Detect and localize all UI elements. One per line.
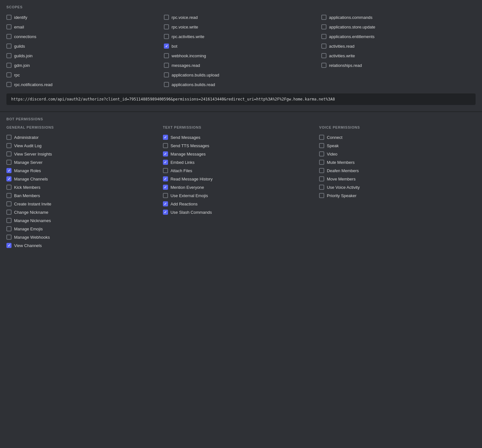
perm-checkbox-send_messages[interactable] xyxy=(163,135,168,140)
scope-item-applications_commands[interactable]: applications.commands xyxy=(321,13,476,21)
perm-checkbox-change_nickname[interactable] xyxy=(6,210,12,215)
scope-item-guilds_join[interactable]: guilds.join xyxy=(6,52,161,60)
scope-checkbox-webhook_incoming[interactable] xyxy=(164,53,169,58)
scope-item-bot[interactable]: bot xyxy=(164,42,318,50)
scope-checkbox-applications_builds_read[interactable] xyxy=(164,82,169,87)
perm-checkbox-mute_members[interactable] xyxy=(319,160,324,165)
perm-item-use_voice_activity[interactable]: Use Voice Activity xyxy=(319,183,469,191)
perm-checkbox-manage_channels[interactable] xyxy=(6,176,12,181)
scope-checkbox-applications_store_update[interactable] xyxy=(321,24,326,29)
scope-checkbox-activities_read[interactable] xyxy=(321,44,326,49)
perm-checkbox-video[interactable] xyxy=(319,151,324,156)
scope-item-rpc_voice_write[interactable]: rpc.voice.write xyxy=(164,23,318,31)
scope-item-applications_builds_upload[interactable]: applications.builds.upload xyxy=(164,71,318,79)
perm-item-deafen_members[interactable]: Deafen Members xyxy=(319,166,469,175)
scope-item-activities_read[interactable]: activities.read xyxy=(321,42,476,50)
scope-item-webhook_incoming[interactable]: webhook.incoming xyxy=(164,52,318,60)
scope-item-rpc_notifications_read[interactable]: rpc.notifications.read xyxy=(6,81,161,88)
perm-item-priority_speaker[interactable]: Priority Speaker xyxy=(319,191,469,200)
perm-checkbox-read_message_history[interactable] xyxy=(163,176,168,181)
perm-item-move_members[interactable]: Move Members xyxy=(319,175,469,183)
perm-item-send_tts_messages[interactable]: Send TTS Messages xyxy=(163,141,313,150)
perm-item-mute_members[interactable]: Mute Members xyxy=(319,158,469,166)
scope-item-rpc[interactable]: rpc xyxy=(6,71,161,79)
scope-item-activities_write[interactable]: activities.write xyxy=(321,52,476,60)
scope-checkbox-bot[interactable] xyxy=(164,44,169,49)
scope-checkbox-rpc_voice_read[interactable] xyxy=(164,15,169,20)
scope-item-rpc_activities_write[interactable]: rpc.activities.write xyxy=(164,33,318,40)
scope-item-applications_entitlements[interactable]: applications.entitlements xyxy=(321,33,476,40)
perm-item-manage_webhooks[interactable]: Manage Webhooks xyxy=(6,233,157,241)
scope-item-gdm_join[interactable]: gdm.join xyxy=(6,61,161,69)
perm-checkbox-view_channels[interactable] xyxy=(6,243,12,248)
scope-checkbox-guilds[interactable] xyxy=(6,44,12,49)
perm-checkbox-embed_links[interactable] xyxy=(163,160,168,165)
perm-item-video[interactable]: Video xyxy=(319,150,469,158)
perm-checkbox-use_voice_activity[interactable] xyxy=(319,185,324,190)
scope-item-relationships_read[interactable]: relationships.read xyxy=(321,61,476,69)
perm-checkbox-view_server_insights[interactable] xyxy=(6,151,12,156)
scope-item-email[interactable]: email xyxy=(6,23,161,31)
perm-item-view_server_insights[interactable]: View Server Insights xyxy=(6,150,157,158)
perm-checkbox-manage_webhooks[interactable] xyxy=(6,235,12,240)
scope-checkbox-guilds_join[interactable] xyxy=(6,53,12,58)
perm-item-manage_emojis[interactable]: Manage Emojis xyxy=(6,225,157,233)
scope-checkbox-messages_read[interactable] xyxy=(164,63,169,68)
perm-item-manage_messages[interactable]: Manage Messages xyxy=(163,150,313,158)
scope-checkbox-applications_builds_upload[interactable] xyxy=(164,72,169,77)
scope-item-applications_store_update[interactable]: applications.store.update xyxy=(321,23,476,31)
scope-checkbox-identify[interactable] xyxy=(6,15,12,20)
perm-checkbox-add_reactions[interactable] xyxy=(163,201,168,206)
perm-checkbox-manage_roles[interactable] xyxy=(6,168,12,173)
perm-checkbox-speak[interactable] xyxy=(319,143,324,148)
scope-item-messages_read[interactable]: messages.read xyxy=(164,61,318,69)
perm-item-use_external_emojis[interactable]: Use External Emojis xyxy=(163,191,313,200)
perm-item-connect[interactable]: Connect xyxy=(319,133,469,141)
perm-item-manage_roles[interactable]: Manage Roles xyxy=(6,166,157,175)
perm-checkbox-send_tts_messages[interactable] xyxy=(163,143,168,148)
perm-item-kick_members[interactable]: Kick Members xyxy=(6,183,157,191)
perm-checkbox-priority_speaker[interactable] xyxy=(319,193,324,198)
perm-item-manage_nicknames[interactable]: Manage Nicknames xyxy=(6,216,157,225)
scope-checkbox-rpc_voice_write[interactable] xyxy=(164,24,169,29)
perm-item-view_channels[interactable]: View Channels xyxy=(6,241,157,250)
scope-item-connections[interactable]: connections xyxy=(6,33,161,40)
perm-item-read_message_history[interactable]: Read Message History xyxy=(163,175,313,183)
perm-checkbox-ban_members[interactable] xyxy=(6,193,12,198)
scope-item-identify[interactable]: identify xyxy=(6,13,161,21)
perm-item-manage_channels[interactable]: Manage Channels xyxy=(6,175,157,183)
perm-item-use_slash_commands[interactable]: Use Slash Commands xyxy=(163,208,313,216)
perm-checkbox-manage_messages[interactable] xyxy=(163,151,168,156)
perm-checkbox-kick_members[interactable] xyxy=(6,185,12,190)
scope-checkbox-gdm_join[interactable] xyxy=(6,63,12,68)
perm-checkbox-use_slash_commands[interactable] xyxy=(163,210,168,215)
perm-checkbox-deafen_members[interactable] xyxy=(319,168,324,173)
perm-item-mention_everyone[interactable]: Mention Everyone xyxy=(163,183,313,191)
perm-checkbox-create_instant_invite[interactable] xyxy=(6,201,12,206)
scope-item-rpc_voice_read[interactable]: rpc.voice.read xyxy=(164,13,318,21)
scope-checkbox-applications_commands[interactable] xyxy=(321,15,326,20)
scope-checkbox-connections[interactable] xyxy=(6,34,12,39)
perm-item-speak[interactable]: Speak xyxy=(319,141,469,150)
oauth-url[interactable]: https://discord.com/api/oauth2/authorize… xyxy=(6,93,476,105)
perm-checkbox-attach_files[interactable] xyxy=(163,168,168,173)
perm-item-change_nickname[interactable]: Change Nickname xyxy=(6,208,157,216)
perm-item-manage_server[interactable]: Manage Server xyxy=(6,158,157,166)
perm-item-view_audit_log[interactable]: View Audit Log xyxy=(6,141,157,150)
scope-item-applications_builds_read[interactable]: applications.builds.read xyxy=(164,81,318,88)
perm-item-ban_members[interactable]: Ban Members xyxy=(6,191,157,200)
scope-checkbox-relationships_read[interactable] xyxy=(321,63,326,68)
scope-item-guilds[interactable]: guilds xyxy=(6,42,161,50)
perm-checkbox-manage_emojis[interactable] xyxy=(6,226,12,231)
scope-checkbox-rpc_activities_write[interactable] xyxy=(164,34,169,39)
perm-checkbox-move_members[interactable] xyxy=(319,176,324,181)
perm-checkbox-connect[interactable] xyxy=(319,135,324,140)
perm-checkbox-use_external_emojis[interactable] xyxy=(163,193,168,198)
perm-item-embed_links[interactable]: Embed Links xyxy=(163,158,313,166)
perm-item-create_instant_invite[interactable]: Create Instant Invite xyxy=(6,200,157,208)
scope-checkbox-email[interactable] xyxy=(6,24,12,29)
scope-checkbox-rpc[interactable] xyxy=(6,72,12,77)
perm-item-administrator[interactable]: Administrator xyxy=(6,133,157,141)
perm-checkbox-manage_nicknames[interactable] xyxy=(6,218,12,223)
perm-checkbox-manage_server[interactable] xyxy=(6,160,12,165)
